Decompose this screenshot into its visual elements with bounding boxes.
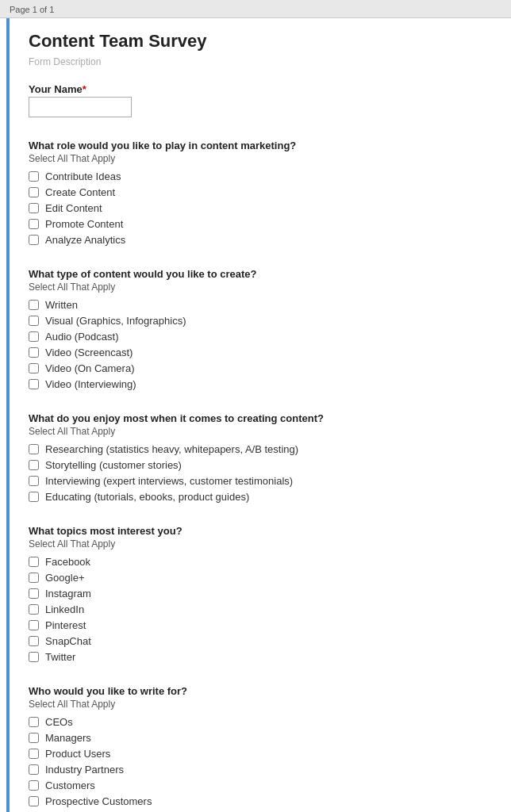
checkbox-write-for-4[interactable] bbox=[29, 780, 39, 791]
checkbox-topics-1[interactable] bbox=[29, 573, 39, 583]
question-label-role: What role would you like to play in cont… bbox=[29, 140, 492, 151]
checkbox-label: Audio (Podcast) bbox=[45, 331, 119, 343]
question-label-enjoy-most: What do you enjoy most when it comes to … bbox=[29, 412, 492, 424]
checkbox-label: Written bbox=[45, 299, 78, 311]
checkbox-label: Promote Content bbox=[45, 218, 123, 230]
checkbox-content-type-0[interactable] bbox=[29, 300, 39, 310]
checkbox-item: Product Users bbox=[29, 748, 492, 760]
checkbox-label: Managers bbox=[45, 732, 91, 744]
checkbox-label: Video (On Camera) bbox=[45, 362, 134, 374]
checkbox-item: LinkedIn bbox=[29, 603, 492, 615]
questions-container: Your Name*What role would you like to pl… bbox=[29, 83, 492, 807]
checkbox-content-type-1[interactable] bbox=[29, 316, 39, 326]
checkbox-item: Written bbox=[29, 299, 492, 311]
question-sublabel-topics: Select All That Apply bbox=[29, 538, 492, 550]
checkbox-topics-0[interactable] bbox=[29, 557, 39, 567]
question-block-role: What role would you like to play in cont… bbox=[29, 140, 492, 246]
checkbox-content-type-2[interactable] bbox=[29, 331, 39, 342]
checkbox-role-0[interactable] bbox=[29, 171, 39, 182]
question-block-your-name: Your Name* bbox=[29, 83, 492, 117]
checkbox-item: Create Content bbox=[29, 186, 492, 198]
form-description: Form Description bbox=[29, 56, 492, 67]
checkbox-item: Educating (tutorials, ebooks, product gu… bbox=[29, 491, 492, 503]
checkbox-item: Visual (Graphics, Infographics) bbox=[29, 315, 492, 327]
checkbox-label: Storytelling (customer stories) bbox=[45, 459, 182, 471]
question-block-enjoy-most: What do you enjoy most when it comes to … bbox=[29, 412, 492, 503]
checkbox-topics-4[interactable] bbox=[29, 620, 39, 630]
checkbox-label: Contribute Ideas bbox=[45, 170, 121, 182]
checkbox-label: Google+ bbox=[45, 572, 85, 584]
checkbox-enjoy-most-2[interactable] bbox=[29, 476, 39, 486]
checkbox-item: SnapChat bbox=[29, 635, 492, 647]
checkbox-write-for-3[interactable] bbox=[29, 764, 39, 775]
checkbox-item: CEOs bbox=[29, 716, 492, 728]
checkbox-item: Pinterest bbox=[29, 619, 492, 631]
checkbox-role-2[interactable] bbox=[29, 203, 39, 213]
page-wrapper: Page 1 of 1 Content Team Survey Form Des… bbox=[0, 0, 511, 812]
checkbox-item: Facebook bbox=[29, 556, 492, 568]
checkbox-label: Prospective Customers bbox=[45, 795, 152, 807]
question-label-write-for: Who would you like to write for? bbox=[29, 685, 492, 697]
checkbox-label: Analyze Analytics bbox=[45, 234, 125, 246]
input-your-name[interactable] bbox=[29, 97, 132, 117]
checkbox-item: Edit Content bbox=[29, 202, 492, 214]
checkbox-label: Industry Partners bbox=[45, 764, 124, 776]
checkbox-item: Instagram bbox=[29, 588, 492, 599]
checkbox-item: Contribute Ideas bbox=[29, 170, 492, 182]
checkbox-label: Instagram bbox=[45, 588, 91, 599]
page-indicator: Page 1 of 1 bbox=[0, 0, 511, 18]
question-sublabel-content-type: Select All That Apply bbox=[29, 282, 492, 293]
checkbox-item: Video (Screencast) bbox=[29, 347, 492, 358]
question-sublabel-enjoy-most: Select All That Apply bbox=[29, 426, 492, 437]
checkbox-topics-2[interactable] bbox=[29, 588, 39, 599]
checkbox-label: Visual (Graphics, Infographics) bbox=[45, 315, 186, 327]
checkbox-label: LinkedIn bbox=[45, 603, 84, 615]
form-title: Content Team Survey bbox=[29, 31, 492, 52]
checkbox-label: Interviewing (expert interviews, custome… bbox=[45, 475, 293, 487]
checkbox-enjoy-most-1[interactable] bbox=[29, 460, 39, 470]
checkbox-content-type-3[interactable] bbox=[29, 347, 39, 358]
question-label-your-name: Your Name* bbox=[29, 83, 492, 95]
checkbox-role-1[interactable] bbox=[29, 187, 39, 197]
checkbox-item: Twitter bbox=[29, 651, 492, 663]
checkbox-content-type-5[interactable] bbox=[29, 379, 39, 389]
checkbox-topics-5[interactable] bbox=[29, 636, 39, 646]
checkbox-label: Pinterest bbox=[45, 619, 86, 631]
checkbox-write-for-5[interactable] bbox=[29, 796, 39, 806]
checkbox-label: Video (Screencast) bbox=[45, 347, 133, 358]
checkbox-label: Video (Interviewing) bbox=[45, 378, 136, 390]
required-star: * bbox=[83, 83, 86, 95]
checkbox-item: Storytelling (customer stories) bbox=[29, 459, 492, 471]
question-block-topics: What topics most interest you?Select All… bbox=[29, 525, 492, 663]
checkbox-item: Researching (statistics heavy, whitepape… bbox=[29, 443, 492, 455]
checkbox-item: Analyze Analytics bbox=[29, 234, 492, 246]
checkbox-role-4[interactable] bbox=[29, 235, 39, 245]
checkbox-item: Audio (Podcast) bbox=[29, 331, 492, 343]
checkbox-enjoy-most-3[interactable] bbox=[29, 492, 39, 502]
form-container: Content Team Survey Form Description You… bbox=[6, 18, 511, 812]
checkbox-item: Video (On Camera) bbox=[29, 362, 492, 374]
checkbox-content-type-4[interactable] bbox=[29, 363, 39, 373]
question-sublabel-role: Select All That Apply bbox=[29, 153, 492, 164]
checkbox-label: Facebook bbox=[45, 556, 90, 568]
checkbox-label: SnapChat bbox=[45, 635, 91, 647]
checkbox-label: CEOs bbox=[45, 716, 73, 728]
checkbox-label: Create Content bbox=[45, 186, 115, 198]
question-sublabel-write-for: Select All That Apply bbox=[29, 699, 492, 710]
checkbox-label: Customers bbox=[45, 779, 95, 791]
checkbox-item: Video (Interviewing) bbox=[29, 378, 492, 390]
checkbox-item: Interviewing (expert interviews, custome… bbox=[29, 475, 492, 487]
checkbox-item: Promote Content bbox=[29, 218, 492, 230]
checkbox-label: Edit Content bbox=[45, 202, 102, 214]
checkbox-topics-3[interactable] bbox=[29, 604, 39, 615]
checkbox-enjoy-most-0[interactable] bbox=[29, 444, 39, 454]
checkbox-write-for-1[interactable] bbox=[29, 733, 39, 743]
checkbox-write-for-0[interactable] bbox=[29, 717, 39, 727]
checkbox-role-3[interactable] bbox=[29, 219, 39, 229]
checkbox-item: Customers bbox=[29, 779, 492, 791]
checkbox-write-for-2[interactable] bbox=[29, 749, 39, 759]
checkbox-label: Educating (tutorials, ebooks, product gu… bbox=[45, 491, 249, 503]
checkbox-topics-6[interactable] bbox=[29, 652, 39, 662]
checkbox-label: Product Users bbox=[45, 748, 110, 760]
question-label-content-type: What type of content would you like to c… bbox=[29, 268, 492, 280]
